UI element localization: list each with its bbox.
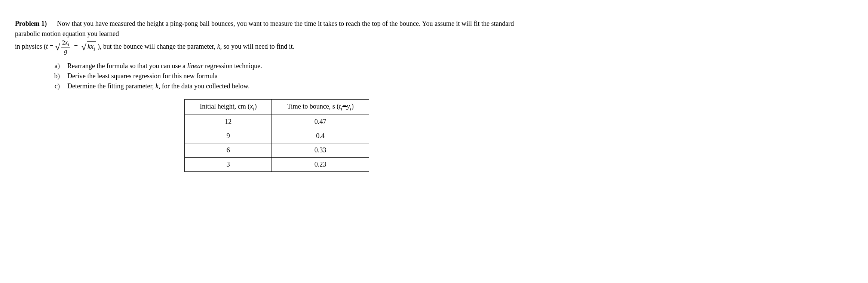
table-row: 12 0.47 bbox=[185, 115, 369, 129]
table-cell-time-2: 0.4 bbox=[272, 129, 369, 143]
math-t: t bbox=[46, 43, 48, 50]
table-row: 9 0.4 bbox=[185, 129, 369, 143]
ti-yi-header: ti=yi bbox=[339, 103, 352, 110]
table-cell-time-1: 0.47 bbox=[272, 115, 369, 129]
sub-item-b: b) Derive the least squares regression f… bbox=[45, 72, 539, 80]
table-header-height: Initial height, cm (xi) bbox=[185, 99, 272, 115]
sub-item-text-b: Derive the least squares regression for … bbox=[67, 72, 539, 80]
table-cell-height-2: 9 bbox=[185, 129, 272, 143]
sub-item-label-a: a) bbox=[45, 62, 67, 70]
sub-item-label-c: c) bbox=[45, 82, 67, 90]
data-table: Initial height, cm (xi) Time to bounce, … bbox=[184, 99, 369, 172]
frac-numerator: 2xi bbox=[61, 39, 70, 48]
table-cell-height-1: 12 bbox=[185, 115, 272, 129]
sqrt-expr-2: √ kxi bbox=[81, 41, 96, 53]
fraction-2xg: 2xi g bbox=[61, 39, 70, 55]
sqrt-content-2: kxi bbox=[87, 41, 96, 53]
table-cell-time-3: 0.33 bbox=[272, 143, 369, 158]
sqrt-symbol-1: √ bbox=[55, 43, 60, 51]
physics-line: in physics (t = √ 2xi g = √ kxi ), but t… bbox=[15, 43, 294, 50]
table-cell-height-4: 3 bbox=[185, 158, 272, 172]
italic-linear: linear bbox=[187, 62, 203, 70]
frac-denominator: g bbox=[63, 48, 68, 55]
problem-label: Problem 1) bbox=[15, 20, 47, 27]
sub-item-a: a) Rearrange the formula so that you can… bbox=[45, 62, 539, 70]
table-cell-height-3: 6 bbox=[185, 143, 272, 158]
table-row: 3 0.23 bbox=[185, 158, 369, 172]
sub-item-label-b: b) bbox=[45, 72, 67, 80]
sub-items-list: a) Rearrange the formula so that you can… bbox=[45, 62, 539, 90]
intro-text: Now that you have measured the height a … bbox=[15, 20, 514, 37]
table-header-time: Time to bounce, s (ti=yi) bbox=[272, 99, 369, 115]
sqrt-symbol-2: √ bbox=[81, 43, 86, 51]
problem-container: Problem 1) Now that you have measured th… bbox=[15, 11, 539, 179]
sub-item-c: c) Determine the fitting parameter, k, f… bbox=[45, 82, 539, 90]
table-body: 12 0.47 9 0.4 6 0.33 3 0.23 bbox=[185, 115, 369, 172]
table-cell-time-4: 0.23 bbox=[272, 158, 369, 172]
table-row: 6 0.33 bbox=[185, 143, 369, 158]
sub-item-text-a: Rearrange the formula so that you can us… bbox=[67, 62, 539, 70]
problem-text: Problem 1) Now that you have measured th… bbox=[15, 19, 539, 55]
table-header-row: Initial height, cm (xi) Time to bounce, … bbox=[185, 99, 369, 115]
sqrt-content-1: 2xi g bbox=[61, 39, 71, 55]
sub-item-text-c: Determine the fitting parameter, k, for … bbox=[67, 82, 539, 90]
table-container: Initial height, cm (xi) Time to bounce, … bbox=[15, 99, 539, 172]
sqrt-expr-1: √ 2xi g bbox=[55, 39, 71, 55]
